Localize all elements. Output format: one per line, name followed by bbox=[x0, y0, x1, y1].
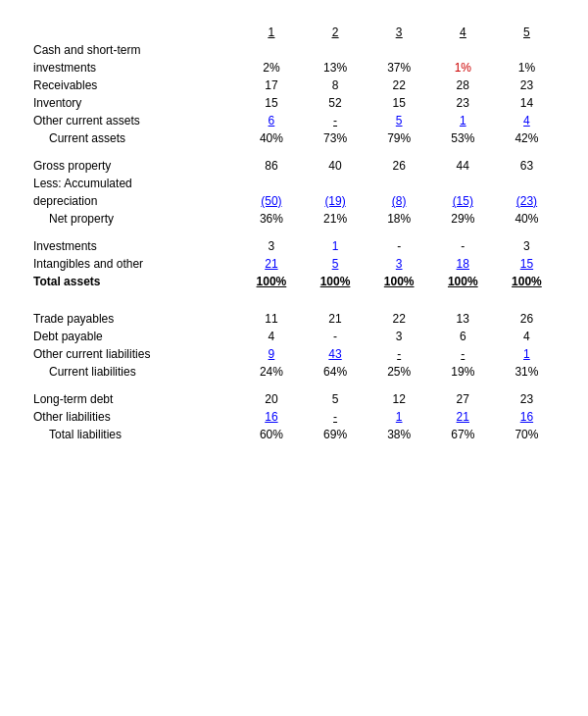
cell-value: 29% bbox=[431, 210, 495, 228]
cell-value: (8) bbox=[368, 192, 431, 210]
row-label: Current assets bbox=[29, 129, 239, 147]
cell-value: - bbox=[303, 328, 367, 345]
cell-value: 9 bbox=[239, 345, 303, 363]
common-size-table: 1 2 3 4 5 Cash and short-terminvestments… bbox=[29, 24, 559, 443]
table-row: depreciation(50)(19)(8)(15)(23) bbox=[29, 192, 559, 210]
cell-value: 2% bbox=[239, 59, 303, 77]
cell-value: 6 bbox=[239, 112, 303, 129]
table-row: Investments31--3 bbox=[29, 237, 559, 255]
row-label: Total liabilities bbox=[29, 426, 239, 443]
cell-value: 1 bbox=[303, 237, 367, 255]
cell-value: - bbox=[303, 112, 367, 129]
cell-value: 22 bbox=[368, 310, 431, 328]
row-label: Other current liabilities bbox=[29, 345, 239, 363]
cell-value: 64% bbox=[303, 363, 367, 381]
cell-value: 23 bbox=[495, 77, 559, 94]
cell-value: 40% bbox=[239, 129, 303, 147]
cell-value: 4 bbox=[239, 328, 303, 345]
cell-value: 16 bbox=[495, 408, 559, 426]
row-label: Net property bbox=[29, 210, 239, 228]
cell-value: 36% bbox=[239, 210, 303, 228]
cell-value: 38% bbox=[368, 426, 431, 443]
cell-value: 100% bbox=[303, 273, 367, 290]
table-row: Trade payables1121221326 bbox=[29, 310, 559, 328]
cell-value: 37% bbox=[368, 59, 431, 77]
cell-value: 100% bbox=[495, 273, 559, 290]
cell-value: 27 bbox=[431, 390, 495, 408]
cell-value: 13% bbox=[303, 59, 367, 77]
cell-value: 42% bbox=[495, 129, 559, 147]
cell-value: 60% bbox=[239, 426, 303, 443]
row-label: Trade payables bbox=[29, 310, 239, 328]
cell-value: 3 bbox=[239, 237, 303, 255]
cell-value: 23 bbox=[431, 94, 495, 112]
cell-value: 5 bbox=[368, 112, 431, 129]
cell-value: 44 bbox=[431, 157, 495, 175]
cell-value: 13 bbox=[431, 310, 495, 328]
cell-value: 1 bbox=[431, 112, 495, 129]
table-row: Cash and short-term bbox=[29, 41, 559, 59]
table-row: Total assets100%100%100%100%100% bbox=[29, 273, 559, 290]
cell-value: 53% bbox=[431, 129, 495, 147]
cell-value: 67% bbox=[431, 426, 495, 443]
cell-value: 15 bbox=[368, 94, 431, 112]
cell-value: 4 bbox=[495, 112, 559, 129]
table-row: Other current assets6-514 bbox=[29, 112, 559, 129]
cell-value: 40% bbox=[495, 210, 559, 228]
cell-value: 100% bbox=[431, 273, 495, 290]
cell-value: 1 bbox=[495, 345, 559, 363]
cell-value: 73% bbox=[303, 129, 367, 147]
cell-value: 21 bbox=[431, 408, 495, 426]
row-label: Other liabilities bbox=[29, 408, 239, 426]
cell-value: 100% bbox=[368, 273, 431, 290]
cell-value: 86 bbox=[239, 157, 303, 175]
cell-value: 19% bbox=[431, 363, 495, 381]
cell-value: (23) bbox=[495, 192, 559, 210]
cell-value: 1 bbox=[368, 408, 431, 426]
col-header-1: 1 bbox=[239, 24, 303, 41]
cell-value: 63 bbox=[495, 157, 559, 175]
cell-value: 3 bbox=[368, 328, 431, 345]
cell-value: 43 bbox=[303, 345, 367, 363]
company-header bbox=[29, 24, 239, 41]
row-label: Total assets bbox=[29, 273, 239, 290]
cell-value: 6 bbox=[431, 328, 495, 345]
row-label: depreciation bbox=[29, 192, 239, 210]
cell-value: - bbox=[431, 237, 495, 255]
cell-value: 70% bbox=[495, 426, 559, 443]
cell-value: - bbox=[368, 345, 431, 363]
row-label: Other current assets bbox=[29, 112, 239, 129]
table-row: Debt payable4-364 bbox=[29, 328, 559, 345]
row-label: Long-term debt bbox=[29, 390, 239, 408]
table-row: investments2%13%37%1%1% bbox=[29, 59, 559, 77]
row-label: Less: Accumulated bbox=[29, 175, 559, 192]
table-row: Inventory1552152314 bbox=[29, 94, 559, 112]
row-label: Receivables bbox=[29, 77, 239, 94]
cell-value: 79% bbox=[368, 129, 431, 147]
cell-value: 3 bbox=[495, 237, 559, 255]
cell-value: 14 bbox=[495, 94, 559, 112]
cell-value: 1% bbox=[431, 59, 495, 77]
cell-value: (15) bbox=[431, 192, 495, 210]
cell-value: 5 bbox=[303, 255, 367, 273]
col-header-4: 4 bbox=[431, 24, 495, 41]
table-row: Less: Accumulated bbox=[29, 175, 559, 192]
cell-value: 18% bbox=[368, 210, 431, 228]
table-row: Current liabilities24%64%25%19%31% bbox=[29, 363, 559, 381]
cell-value: 31% bbox=[495, 363, 559, 381]
cell-value: 3 bbox=[368, 255, 431, 273]
row-label: Current liabilities bbox=[29, 363, 239, 381]
cell-value: (50) bbox=[239, 192, 303, 210]
table-row: Long-term debt205122723 bbox=[29, 390, 559, 408]
cell-value: 4 bbox=[495, 328, 559, 345]
cell-value: 25% bbox=[368, 363, 431, 381]
col-header-2: 2 bbox=[303, 24, 367, 41]
cell-value: 11 bbox=[239, 310, 303, 328]
cell-value: 100% bbox=[239, 273, 303, 290]
row-label: investments bbox=[29, 59, 239, 77]
cell-value: 21% bbox=[303, 210, 367, 228]
table-row: Other current liabilities943--1 bbox=[29, 345, 559, 363]
table-row: Receivables178222823 bbox=[29, 77, 559, 94]
cell-value: 5 bbox=[303, 390, 367, 408]
row-label: Debt payable bbox=[29, 328, 239, 345]
